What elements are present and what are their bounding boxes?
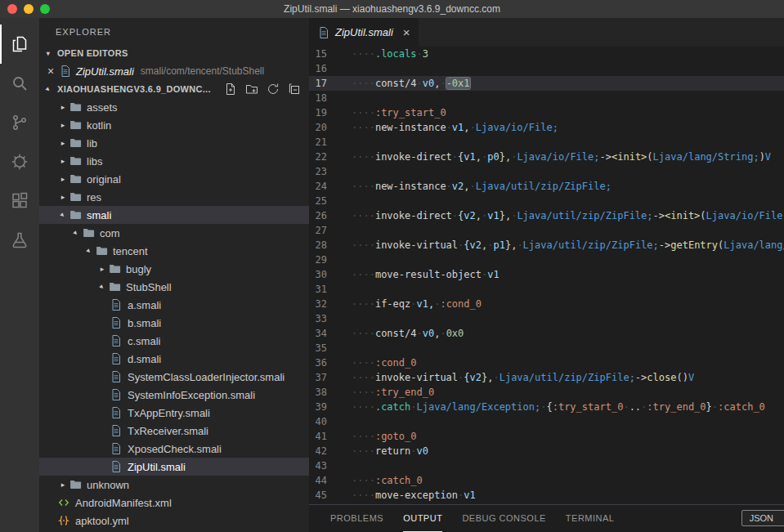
tree-item-libs[interactable]: ▸libs <box>39 152 309 170</box>
search-icon[interactable] <box>0 64 39 103</box>
code-line[interactable]: 44····:catch_0 <box>309 473 784 488</box>
line-number: 40 <box>309 414 338 429</box>
tree-item-label: tencent <box>113 245 148 257</box>
collapse-all-icon[interactable] <box>288 83 301 96</box>
tree-item-xposedcheck-smali[interactable]: XposedCheck.smali <box>39 440 309 458</box>
code-line[interactable]: 34····const/4·v0,·0x0 <box>309 326 784 341</box>
code-line[interactable]: 43 <box>309 458 784 473</box>
code-line[interactable]: 39····.catch·Ljava/lang/Exception;·{:try… <box>309 400 784 414</box>
tree-item-txappentry-smali[interactable]: TxAppEntry.smali <box>39 404 309 422</box>
new-folder-icon[interactable] <box>245 83 258 96</box>
code-line-text: ····:goto_0 <box>338 429 416 444</box>
extensions-icon[interactable] <box>0 181 39 221</box>
code-line[interactable]: 16 <box>309 61 784 76</box>
tree-item-label: apktool.yml <box>75 515 129 527</box>
code-line[interactable]: 17····const/4·v0,·-0x1 <box>309 76 784 91</box>
code-line[interactable]: 15····.locals·3 <box>309 47 784 61</box>
code-line[interactable]: 18 <box>309 91 784 105</box>
code-line[interactable]: 45····move-exception·v1 <box>309 488 784 503</box>
tree-item-a-smali[interactable]: a.smali <box>39 296 309 314</box>
code-line[interactable]: 38····:try_end_0 <box>309 385 784 400</box>
workspace-folder-header[interactable]: ▸ XIAOHUASHENGV3.6.9_DOWNC... <box>39 80 309 98</box>
code-line[interactable]: 25 <box>309 194 784 208</box>
code-line[interactable]: 31 <box>309 282 784 297</box>
close-icon[interactable]: × <box>403 25 410 39</box>
panel-tab-output[interactable]: OUTPUT <box>403 505 442 532</box>
code-line[interactable]: 41····:goto_0 <box>309 429 784 444</box>
folder-icon <box>69 101 82 114</box>
code-line[interactable]: 28····invoke-virtual·{v2,·p1},·Ljava/uti… <box>309 238 784 253</box>
line-number: 21 <box>309 135 338 150</box>
gear-icon[interactable] <box>0 142 39 181</box>
tree-item-ziputil-smali[interactable]: ZipUtil.smali <box>39 458 309 476</box>
code-line[interactable]: 20····new-instance·v1,·Ljava/io/File; <box>309 120 784 135</box>
activity-bar <box>0 18 39 532</box>
source-control-icon[interactable] <box>0 103 39 142</box>
code-line[interactable]: 36····:cond_0 <box>309 355 784 370</box>
open-editor-item[interactable]: ×ZipUtil.smalismali/com/tencent/StubShel… <box>39 62 309 80</box>
tree-item-d-smali[interactable]: d.smali <box>39 350 309 368</box>
code-line[interactable]: 40 <box>309 414 784 429</box>
code-line[interactable]: 35 <box>309 341 784 355</box>
tree-item-label: com <box>100 227 120 239</box>
tree-item-smali[interactable]: ▸smali <box>39 206 309 224</box>
code-editor[interactable]: 15····.locals·31617····const/4·v0,·-0x11… <box>309 47 784 504</box>
code-line[interactable]: 32····if-eqz·v1,·:cond_0 <box>309 297 784 311</box>
folder-icon <box>69 208 82 221</box>
minimize-window-button[interactable] <box>24 4 34 14</box>
tree-item-res[interactable]: ▸res <box>39 188 309 206</box>
tree-item-bugly[interactable]: ▸bugly <box>39 260 309 278</box>
chevron-expanded-icon: ▸ <box>96 280 110 294</box>
file-tree: ▸assets▸kotlin▸lib▸libs▸original▸res▸sma… <box>39 98 309 532</box>
code-line[interactable]: 27 <box>309 223 784 238</box>
tab-ziputil-smali[interactable]: ZipUtil.smali × <box>309 18 419 47</box>
tree-item-apktool-yml[interactable]: apktool.yml <box>39 512 309 530</box>
code-line[interactable]: 33 <box>309 311 784 326</box>
code-line[interactable]: 21 <box>309 135 784 150</box>
code-line-text: ····move-exception·v1 <box>338 488 476 503</box>
close-icon[interactable]: × <box>44 65 57 78</box>
tree-item-androidmanifest-xml[interactable]: AndroidManifest.xml <box>39 494 309 512</box>
line-number: 37 <box>309 370 338 385</box>
files-icon[interactable] <box>0 25 39 64</box>
tree-item-assets[interactable]: ▸assets <box>39 98 309 116</box>
tree-item-stubshell[interactable]: ▸StubShell <box>39 278 309 296</box>
chevron-collapsed-icon: ▸ <box>57 193 69 201</box>
close-window-button[interactable] <box>7 4 17 14</box>
tree-item-original[interactable]: ▸original <box>39 170 309 188</box>
tree-item-lib[interactable]: ▸lib <box>39 134 309 152</box>
open-editors-header[interactable]: ▾ OPEN EDITORS <box>39 44 309 62</box>
chevron-collapsed-icon: ▸ <box>57 103 69 111</box>
code-line-text: ····invoke-virtual·{v2},·Ljava/util/zip/… <box>338 370 694 385</box>
panel-tab-terminal[interactable]: TERMINAL <box>566 505 615 532</box>
tree-item-com[interactable]: ▸com <box>39 224 309 242</box>
code-line[interactable]: 26····invoke-direct·{v2,·v1},·Ljava/util… <box>309 208 784 223</box>
panel-tab-debug-console[interactable]: DEBUG CONSOLE <box>462 505 545 532</box>
refresh-icon[interactable] <box>267 83 280 96</box>
code-line[interactable]: 23 <box>309 164 784 179</box>
code-line[interactable]: 22····invoke-direct·{v1,·p0},·Ljava/io/F… <box>309 150 784 164</box>
code-line[interactable]: 37····invoke-virtual·{v2},·Ljava/util/zi… <box>309 370 784 385</box>
code-line[interactable]: 30····move-result-object·v1 <box>309 267 784 282</box>
code-line[interactable]: 19····:try_start_0 <box>309 105 784 120</box>
code-line[interactable]: 29 <box>309 253 784 267</box>
code-line[interactable]: 42····return·v0 <box>309 444 784 458</box>
tree-item-label: SystemClassLoaderInjector.smali <box>128 371 284 383</box>
folder-icon <box>69 154 82 168</box>
tree-item-systeminfoexception-smali[interactable]: SystemInfoException.smali <box>39 386 309 404</box>
tree-item-systemclassloaderinjector-smali[interactable]: SystemClassLoaderInjector.smali <box>39 368 309 386</box>
tree-item-tencent[interactable]: ▸tencent <box>39 242 309 260</box>
zoom-window-button[interactable] <box>40 4 50 14</box>
chevron-expanded-icon: ▸ <box>69 226 83 240</box>
tree-item-txreceiver-smali[interactable]: TxReceiver.smali <box>39 422 309 440</box>
titlebar: ZipUtil.smali — xiaohuashengv3.6.9_downc… <box>0 0 784 18</box>
code-line[interactable]: 24····new-instance·v2,·Ljava/util/zip/Zi… <box>309 179 784 194</box>
tree-item-unknown[interactable]: ▸unknown <box>39 476 309 494</box>
tree-item-c-smali[interactable]: c.smali <box>39 332 309 350</box>
tree-item-kotlin[interactable]: ▸kotlin <box>39 116 309 134</box>
panel-tab-problems[interactable]: PROBLEMS <box>330 505 383 532</box>
new-file-icon[interactable] <box>224 83 237 96</box>
tree-item-b-smali[interactable]: b.smali <box>39 314 309 332</box>
output-channel-select[interactable]: JSON <box>741 510 784 526</box>
beaker-icon[interactable] <box>0 221 39 260</box>
